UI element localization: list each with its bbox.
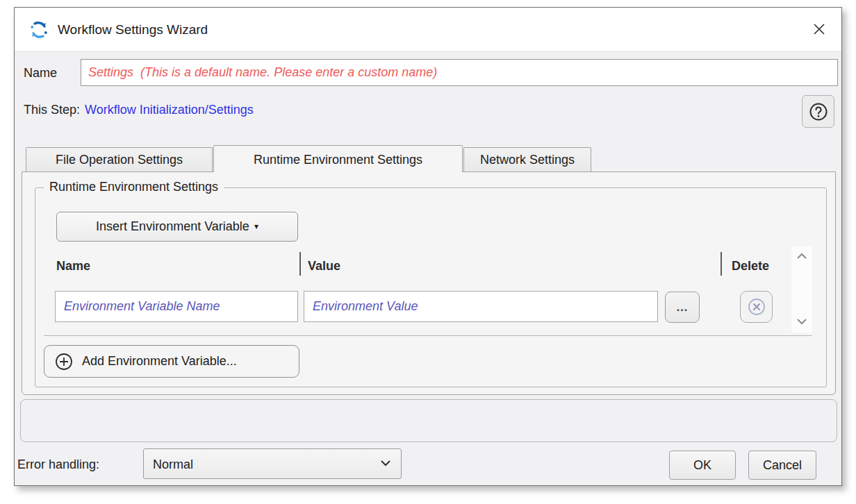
- column-header-delete: Delete: [732, 255, 769, 277]
- help-button[interactable]: [802, 95, 834, 128]
- title-bar: Workflow Settings Wizard: [15, 8, 841, 52]
- scrollbar-up-button[interactable]: [791, 248, 812, 266]
- tab-runtime-environment-settings[interactable]: Runtime Environment Settings: [213, 145, 463, 172]
- ok-button[interactable]: OK: [669, 451, 736, 480]
- insert-environment-variable-label: Insert Environment Variable: [96, 219, 249, 233]
- this-step-label: This Step:: [24, 96, 80, 123]
- table-bottom-separator: [44, 335, 812, 336]
- name-input[interactable]: [81, 59, 838, 86]
- help-icon: [808, 101, 829, 122]
- column-divider: [721, 252, 722, 276]
- error-handling-value: Normal: [153, 449, 193, 480]
- workflow-icon: [28, 19, 49, 40]
- cancel-button[interactable]: Cancel: [748, 451, 816, 480]
- error-handling-label: Error handling:: [17, 449, 99, 480]
- error-handling-select[interactable]: Normal: [143, 448, 402, 479]
- chevron-down-icon: [796, 317, 808, 326]
- add-environment-variable-button[interactable]: Add Environment Variable...: [44, 345, 299, 378]
- column-divider: [299, 252, 301, 276]
- table-scrollbar[interactable]: [791, 246, 812, 333]
- insert-environment-variable-button[interactable]: Insert Environment Variable▾: [56, 212, 298, 242]
- runtime-environment-tab-panel: Runtime Environment Settings Insert Envi…: [22, 171, 836, 395]
- browse-value-button[interactable]: ...: [665, 292, 700, 323]
- select-chevron-down-icon: [379, 458, 393, 471]
- group-title: Runtime Environment Settings: [44, 180, 224, 194]
- plus-circle-icon: [54, 352, 74, 371]
- close-button[interactable]: [805, 16, 833, 44]
- workflow-settings-wizard-dialog: Workflow Settings Wizard Name This Step:…: [14, 7, 842, 486]
- runtime-environment-settings-group: Runtime Environment Settings Insert Envi…: [35, 187, 827, 387]
- scrollbar-down-button[interactable]: [791, 313, 812, 331]
- delete-circle-x-icon: [746, 296, 767, 317]
- window-title: Workflow Settings Wizard: [58, 8, 208, 52]
- add-environment-variable-label: Add Environment Variable...: [82, 354, 237, 369]
- name-label: Name: [24, 60, 57, 86]
- this-step-link[interactable]: Workflow Initialization/Settings: [85, 96, 254, 123]
- environment-variable-name-input[interactable]: [55, 291, 298, 322]
- chevron-up-icon: [796, 252, 808, 260]
- environment-value-input[interactable]: [304, 291, 658, 322]
- empty-panel: [20, 399, 837, 442]
- delete-row-button[interactable]: [740, 291, 773, 323]
- column-header-value: Value: [308, 255, 340, 277]
- tab-file-operation-settings[interactable]: File Operation Settings: [26, 147, 213, 171]
- column-header-name: Name: [56, 255, 90, 277]
- dropdown-caret-icon: ▾: [254, 221, 258, 231]
- close-icon: [812, 22, 827, 37]
- tab-network-settings[interactable]: Network Settings: [463, 147, 591, 171]
